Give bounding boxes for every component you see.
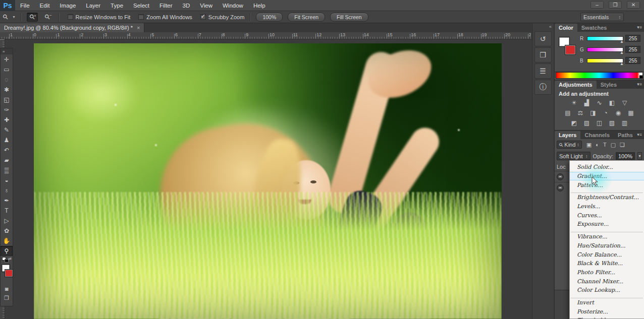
custom-shape-tool[interactable]: ✿	[1, 226, 13, 236]
vibrance-icon[interactable]: ▽	[620, 99, 629, 107]
zoom-out-button[interactable]: ⚲ −	[42, 13, 53, 22]
panel-menu-icon[interactable]: ▾≡	[637, 82, 642, 87]
option-checkbox[interactable]: Zoom All Windows	[138, 14, 192, 20]
panel-menu-icon[interactable]: ▾≡	[637, 25, 642, 30]
posterize-icon[interactable]: ▨	[582, 119, 592, 127]
menu-option[interactable]	[571, 189, 643, 193]
background-color-box[interactable]	[565, 45, 576, 55]
gradient-tool[interactable]: ▒	[1, 165, 13, 175]
channel-mixer-icon[interactable]: ◉	[614, 109, 623, 117]
path-selection-tool[interactable]: ▷	[1, 216, 13, 226]
menubar-item[interactable]: Edit	[35, 0, 55, 11]
brush-tool[interactable]: ✎	[1, 125, 13, 135]
menu-option[interactable]: Invert	[570, 298, 644, 307]
dock-collapse-icon[interactable]: «	[532, 23, 553, 30]
tab-styles[interactable]: Styles	[597, 81, 621, 89]
gradient-map-icon[interactable]: ▧	[608, 119, 617, 127]
menu-option[interactable]: Hue/Saturation...	[570, 241, 644, 250]
blue-slider[interactable]: ▲	[587, 58, 623, 63]
menu-option[interactable]: Black & White...	[570, 259, 644, 268]
menubar-item[interactable]: View	[195, 0, 218, 11]
hue-saturation-icon[interactable]: ▤	[563, 109, 572, 117]
menubar-item[interactable]: Filter	[154, 0, 178, 11]
document-tab[interactable]: Dreamy!.jpg @ 80.4% (Background copy, RG…	[0, 23, 144, 32]
menubar-item[interactable]: Window	[218, 0, 248, 11]
layer-visibility-icon[interactable]	[557, 173, 564, 180]
blue-value[interactable]: 255	[625, 57, 640, 64]
opacity-value[interactable]: 100%	[616, 152, 635, 160]
history-brush-tool[interactable]: ↶	[1, 145, 13, 155]
curves-icon[interactable]: ∿	[595, 99, 604, 107]
dodge-tool[interactable]: ♁	[1, 185, 13, 196]
zoom-in-button[interactable]: ⚲ +	[27, 13, 38, 22]
zoom-tool[interactable]: ⚲	[1, 246, 13, 256]
swap-colors-icon[interactable]: ⇄	[8, 257, 12, 261]
checkbox-icon[interactable]	[200, 14, 206, 20]
eraser-tool[interactable]: ▰	[1, 155, 13, 165]
checkbox-icon[interactable]	[68, 14, 73, 20]
menubar-item[interactable]: File	[15, 0, 35, 11]
info-icon[interactable]: ⓘ	[534, 80, 552, 95]
checkbox-icon[interactable]	[138, 14, 144, 20]
filter-type-layers-icon[interactable]: T	[603, 142, 607, 148]
restore-button[interactable]: ❐	[609, 1, 622, 9]
menu-option[interactable]	[571, 229, 643, 232]
threshold-icon[interactable]: ◫	[595, 119, 604, 127]
lasso-tool[interactable]: ◌	[1, 75, 13, 85]
color-balance-icon[interactable]: ⚖	[576, 109, 585, 117]
pen-tool[interactable]: ✒	[1, 196, 13, 206]
tool-preset-caret-icon[interactable]: ▾	[13, 15, 15, 19]
menu-option[interactable]: Color Balance...	[570, 250, 644, 259]
menu-option[interactable]: Pattern...	[570, 180, 644, 189]
green-slider[interactable]: ▲	[587, 47, 623, 52]
brightness-contrast-icon[interactable]: ☀	[570, 99, 579, 107]
marquee-tool[interactable]: ▭	[1, 65, 13, 75]
move-tool[interactable]: ✛	[1, 54, 13, 65]
fit-screen-button[interactable]: Fit Screen	[288, 13, 325, 22]
menubar-item[interactable]: Image	[55, 0, 81, 11]
menubar-item[interactable]: Type	[105, 0, 128, 11]
screen-mode-button[interactable]: ❐	[1, 293, 13, 302]
eyedropper-tool[interactable]: ✑	[1, 105, 13, 115]
menu-option[interactable]: Channel Mixer...	[570, 277, 644, 286]
panel-menu-icon[interactable]: ▾≡	[637, 132, 642, 137]
menu-option[interactable]: Vibrance...	[570, 232, 644, 241]
tab-close-icon[interactable]: ×	[137, 25, 140, 31]
menu-option[interactable]	[571, 295, 643, 298]
menu-option[interactable]: Photo Filter...	[570, 268, 644, 277]
option-checkbox[interactable]: Scrubby Zoom	[200, 14, 245, 20]
quick-mask-button[interactable]: ◙	[1, 284, 13, 293]
menubar-item[interactable]: Select	[128, 0, 154, 11]
menu-option[interactable]: Solid Color...	[570, 163, 644, 172]
tab-layers[interactable]: Layers	[555, 131, 580, 139]
photo-filter-icon[interactable]: ◔	[601, 109, 610, 117]
tab-adjustments[interactable]: Adjustments	[555, 81, 597, 89]
tools-collapse-icon[interactable]: »	[1, 48, 13, 54]
menu-option[interactable]: Posterize...	[570, 307, 644, 316]
black-white-icon[interactable]: ◨	[588, 109, 598, 117]
type-tool[interactable]: T	[1, 206, 13, 216]
menu-option[interactable]: Curves...	[570, 211, 644, 220]
menu-option[interactable]: Threshold...	[570, 316, 644, 319]
opacity-dropdown-icon[interactable]: ▾	[637, 152, 642, 160]
history-icon[interactable]: ↺	[534, 31, 552, 46]
menu-option[interactable]: Color Lookup...	[570, 286, 644, 295]
exposure-icon[interactable]: ◧	[608, 99, 617, 107]
slider-handle-icon[interactable]: ▲	[620, 39, 624, 44]
invert-icon[interactable]: ◩	[570, 119, 579, 127]
tab-channels[interactable]: Channels	[580, 131, 614, 139]
red-slider[interactable]: ▲	[587, 36, 623, 41]
levels-icon[interactable]: ▟	[582, 99, 592, 107]
selective-color-icon[interactable]: ▥	[620, 119, 629, 127]
layer-visibility-icon[interactable]	[557, 184, 564, 192]
green-value[interactable]: 255	[625, 46, 640, 53]
slider-handle-icon[interactable]: ▲	[620, 61, 624, 66]
tab-color[interactable]: Color	[555, 24, 577, 32]
menu-option[interactable]: Levels...	[570, 202, 644, 211]
color-lookup-icon[interactable]: ▦	[626, 109, 635, 117]
menu-option[interactable]: Exposure...	[570, 220, 644, 229]
filter-smart-objects-icon[interactable]: ❏	[620, 142, 625, 148]
minimize-button[interactable]: –	[591, 1, 604, 9]
tab-paths[interactable]: Paths	[614, 131, 637, 139]
menubar-item[interactable]: Help	[248, 0, 271, 11]
